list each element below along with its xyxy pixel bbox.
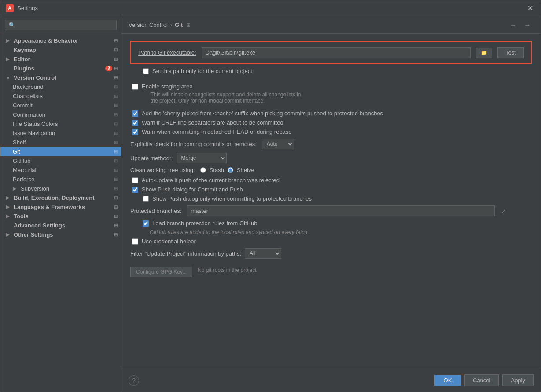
page-icon: ⊞ xyxy=(114,214,118,219)
page-icon: ⊞ xyxy=(114,149,118,154)
show-push-label: Show Push dialog for Commit and Push xyxy=(142,186,243,193)
gpg-row: Configure GPG Key... No git roots in the… xyxy=(130,263,532,277)
git-test-button[interactable]: Test xyxy=(497,47,524,58)
git-path-input[interactable] xyxy=(202,47,471,58)
sidebar-item-advanced-settings[interactable]: Advanced Settings ⊞ xyxy=(0,221,121,230)
nav-back-button[interactable]: ← xyxy=(507,20,519,30)
settings-window: A Settings ✕ ▶ Appearance & Behavior ⊞ K… xyxy=(0,0,541,392)
sidebar-item-other-settings[interactable]: ▶ Other Settings ⊞ xyxy=(0,230,121,239)
enable-staging-sub: This will disable changelists support an… xyxy=(130,92,532,104)
sidebar-item-shelf[interactable]: Shelf ⊞ xyxy=(0,138,121,147)
help-button[interactable]: ? xyxy=(129,375,139,386)
expand-protected-button[interactable]: ⤢ xyxy=(500,207,507,216)
configure-gpg-button[interactable]: Configure GPG Key... xyxy=(130,267,192,277)
enable-staging-checkbox[interactable] xyxy=(132,84,138,90)
stash-label: Stash xyxy=(210,167,224,173)
git-browse-button[interactable]: 📁 xyxy=(476,48,492,58)
filter-label: Filter "Update Project" information by p… xyxy=(130,250,241,257)
ok-button[interactable]: OK xyxy=(434,375,461,386)
radio-group: Stash Shelve xyxy=(200,167,254,173)
cancel-button[interactable]: Cancel xyxy=(464,374,499,386)
page-icon: ⊞ xyxy=(114,75,118,80)
breadcrumb-parent: Version Control xyxy=(129,22,168,28)
titlebar: A Settings ✕ xyxy=(0,0,541,16)
incoming-commits-select[interactable]: Auto Always Never xyxy=(262,139,294,149)
show-push-protected-label: Show Push dialog only when committing to… xyxy=(152,195,312,202)
cherry-pick-checkbox[interactable] xyxy=(132,110,138,117)
use-credential-label: Use credential helper xyxy=(142,238,196,245)
sidebar-item-git[interactable]: Git ⊞ xyxy=(0,147,121,156)
page-icon: ⊞ xyxy=(114,223,118,228)
sidebar-item-subversion[interactable]: ▶ Subversion ⊞ xyxy=(0,184,121,193)
close-button[interactable]: ✕ xyxy=(525,3,535,14)
sidebar-item-issue-navigation[interactable]: Issue Navigation ⊞ xyxy=(0,128,121,138)
arrow-icon: ▶ xyxy=(6,213,12,219)
nav-forward-button[interactable]: → xyxy=(521,20,534,30)
page-icon: ⊞ xyxy=(114,168,118,172)
github-rules-note: GitHub rules are added to the local rule… xyxy=(130,229,532,235)
enable-staging-label: Enable staging area xyxy=(142,83,193,90)
page-icon: ⊞ xyxy=(114,94,118,99)
warn-crlf-checkbox[interactable] xyxy=(132,120,138,126)
sidebar-item-commit[interactable]: Commit ⊞ xyxy=(0,101,121,110)
auto-update-checkbox[interactable] xyxy=(132,177,138,183)
show-push-checkbox[interactable] xyxy=(132,187,138,193)
auto-update-row: Auto-update if push of the current branc… xyxy=(130,177,532,183)
search-box xyxy=(0,16,121,34)
no-git-roots-text: No git roots in the project xyxy=(198,267,256,273)
git-path-section: Path to Git executable: 📁 Test xyxy=(130,41,532,64)
show-push-row: Show Push dialog for Commit and Push xyxy=(130,186,532,193)
page-icon: ⊞ xyxy=(114,232,118,237)
git-path-label: Path to Git executable: xyxy=(138,49,196,56)
right-panel: Version Control › Git ⊞ ← → Path to Git … xyxy=(121,16,541,392)
folder-icon: 📁 xyxy=(481,50,487,56)
sidebar-item-changelists[interactable]: Changelists ⊞ xyxy=(0,92,121,101)
protected-branches-input[interactable] xyxy=(187,205,495,216)
sidebar-item-version-control[interactable]: ▼ Version Control ⊞ xyxy=(0,73,121,82)
warn-detached-row: Warn when committing in detached HEAD or… xyxy=(130,128,532,135)
bottom-bar: ? OK Cancel Apply xyxy=(121,369,541,392)
warn-crlf-row: Warn if CRLF line separators are about t… xyxy=(130,119,532,126)
update-method-select[interactable]: Merge Rebase Branch Default xyxy=(177,153,227,163)
shelve-label: Shelve xyxy=(237,167,254,173)
page-icon: ⊞ xyxy=(114,158,118,163)
page-icon: ⊞ xyxy=(114,140,118,145)
sidebar-item-appearance[interactable]: ▶ Appearance & Behavior ⊞ xyxy=(0,36,121,45)
filter-select[interactable]: All Changed None xyxy=(245,248,281,259)
show-push-protected-row: Show Push dialog only when committing to… xyxy=(130,195,532,202)
sidebar-item-plugins[interactable]: Plugins 2 ⊞ xyxy=(0,64,121,73)
main-content: ▶ Appearance & Behavior ⊞ Keymap ⊞ ▶ Edi… xyxy=(0,16,541,392)
sidebar-item-file-status-colors[interactable]: File Status Colors ⊞ xyxy=(0,119,121,128)
incoming-commits-label: Explicitly check for incoming commits on… xyxy=(130,141,257,147)
sidebar-item-languages[interactable]: ▶ Languages & Frameworks ⊞ xyxy=(0,202,121,212)
sidebar-item-perforce[interactable]: Perforce ⊞ xyxy=(0,175,121,184)
sidebar-item-mercurial[interactable]: Mercurial ⊞ xyxy=(0,165,121,175)
warn-detached-checkbox[interactable] xyxy=(132,129,138,135)
sidebar: ▶ Appearance & Behavior ⊞ Keymap ⊞ ▶ Edi… xyxy=(0,16,121,392)
page-icon: ⊞ xyxy=(114,131,118,136)
arrow-icon: ▶ xyxy=(6,38,12,44)
sidebar-item-confirmation[interactable]: Confirmation ⊞ xyxy=(0,110,121,119)
apply-button[interactable]: Apply xyxy=(502,374,534,386)
clean-tree-row: Clean working tree using: Stash Shelve xyxy=(130,167,532,173)
update-method-row: Update method: Merge Rebase Branch Defau… xyxy=(130,153,532,163)
sidebar-item-github[interactable]: GitHub ⊞ xyxy=(0,156,121,165)
shelve-radio[interactable] xyxy=(228,167,233,173)
sidebar-item-background[interactable]: Background ⊞ xyxy=(0,82,121,92)
enable-staging-row: Enable staging area xyxy=(130,83,532,90)
bottom-right-buttons: OK Cancel Apply xyxy=(434,374,534,386)
page-icon: ⊞ xyxy=(114,66,118,71)
show-push-protected-checkbox[interactable] xyxy=(143,196,149,202)
sidebar-item-build-execution[interactable]: ▶ Build, Execution, Deployment ⊞ xyxy=(0,193,121,202)
search-input[interactable] xyxy=(5,20,117,30)
stash-radio[interactable] xyxy=(200,167,206,173)
load-branch-checkbox[interactable] xyxy=(143,220,149,227)
sidebar-item-tools[interactable]: ▶ Tools ⊞ xyxy=(0,212,121,221)
set-path-checkbox[interactable] xyxy=(143,68,149,74)
sidebar-item-keymap[interactable]: Keymap ⊞ xyxy=(0,45,121,55)
page-icon: ⊞ xyxy=(114,38,118,43)
use-credential-checkbox[interactable] xyxy=(132,238,138,245)
breadcrumb-bar: Version Control › Git ⊞ ← → xyxy=(121,16,541,34)
sidebar-item-editor[interactable]: ▶ Editor ⊞ xyxy=(0,55,121,64)
arrow-icon: ▼ xyxy=(6,75,12,81)
